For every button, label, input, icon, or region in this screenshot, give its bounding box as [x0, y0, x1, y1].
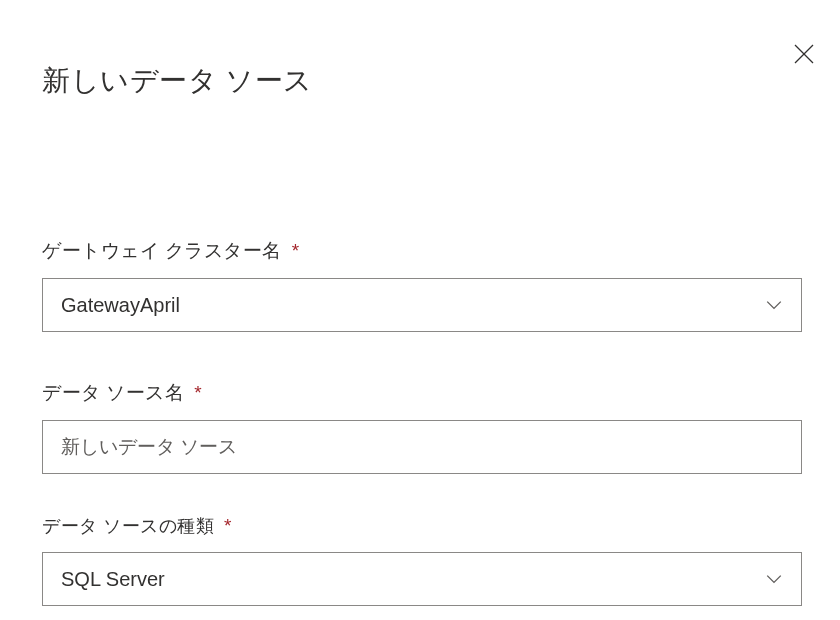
chevron-down-icon — [765, 296, 783, 314]
chevron-down-icon — [765, 570, 783, 588]
gateway-cluster-select[interactable]: GatewayApril — [42, 278, 802, 332]
data-source-name-input[interactable] — [42, 420, 802, 474]
required-indicator: * — [224, 515, 232, 537]
field-gateway-cluster: ゲートウェイ クラスター名 * GatewayApril — [42, 238, 802, 332]
close-icon — [792, 42, 816, 66]
field-data-source-type: データ ソースの種類 * SQL Server — [42, 514, 802, 606]
data-source-type-select[interactable]: SQL Server — [42, 552, 802, 606]
label-text: ゲートウェイ クラスター名 — [42, 238, 282, 264]
close-button[interactable] — [788, 38, 820, 70]
data-source-type-value: SQL Server — [61, 568, 165, 591]
required-indicator: * — [292, 240, 300, 262]
page-title: 新しいデータ ソース — [42, 62, 802, 100]
label-text: データ ソース名 — [42, 380, 184, 406]
required-indicator: * — [194, 382, 202, 404]
data-source-type-label: データ ソースの種類 * — [42, 514, 802, 538]
form-content: 新しいデータ ソース ゲートウェイ クラスター名 * GatewayApril … — [0, 0, 840, 606]
gateway-cluster-value: GatewayApril — [61, 294, 180, 317]
field-data-source-name: データ ソース名 * — [42, 380, 802, 474]
label-text: データ ソースの種類 — [42, 514, 214, 538]
gateway-cluster-label: ゲートウェイ クラスター名 * — [42, 238, 802, 264]
data-source-name-label: データ ソース名 * — [42, 380, 802, 406]
